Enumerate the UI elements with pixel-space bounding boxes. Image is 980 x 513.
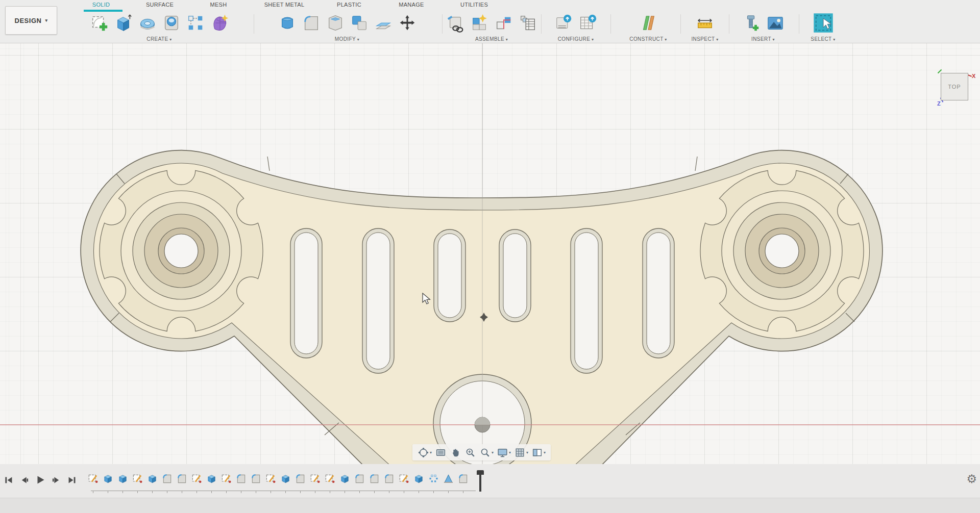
group-label-modify[interactable]: MODIFY <box>258 36 436 42</box>
select-icon[interactable] <box>812 12 835 34</box>
joint-icon[interactable] <box>470 13 489 33</box>
construct-plane-icon[interactable] <box>639 13 658 33</box>
create-sketch-icon[interactable] <box>90 13 109 33</box>
create-form-icon[interactable] <box>210 13 229 33</box>
design-menu-button[interactable]: DESIGN <box>5 6 57 35</box>
timeline-feature-extrude[interactable] <box>413 473 424 484</box>
chevron-down-icon[interactable]: ▾ <box>509 450 511 455</box>
combine-icon[interactable] <box>350 13 369 33</box>
timeline-tick <box>137 491 138 493</box>
timeline-feature-sketch[interactable] <box>191 473 202 484</box>
bom-table-icon[interactable] <box>518 13 537 33</box>
timeline-feature-sketch[interactable] <box>325 473 335 484</box>
new-component-icon[interactable] <box>446 13 465 33</box>
timeline-feature-fillet[interactable] <box>236 473 247 484</box>
skip-to-start-button[interactable] <box>4 475 14 485</box>
zoom-icon <box>464 447 476 458</box>
chevron-down-icon[interactable]: ▾ <box>544 450 546 455</box>
timeline-feature-fillet[interactable] <box>295 473 306 484</box>
tab-plastic[interactable]: PLASTIC <box>337 2 361 8</box>
timeline-feature-extrude[interactable] <box>339 473 350 484</box>
press-pull-icon[interactable] <box>278 13 297 33</box>
group-label-configure[interactable]: CONFIGURE <box>547 36 604 42</box>
tab-mesh[interactable]: MESH <box>210 2 227 8</box>
timeline-feature-extrude[interactable] <box>206 473 217 484</box>
group-label-construct[interactable]: CONSTRUCT <box>620 36 676 42</box>
configure-icon[interactable] <box>554 13 574 33</box>
tab-solid[interactable]: SOLID <box>92 2 110 8</box>
zoom-button[interactable] <box>464 447 476 458</box>
zoom-window-button[interactable]: ▾ <box>479 447 494 458</box>
toolbar-separator <box>442 14 443 34</box>
timeline-feature-sketch[interactable] <box>221 473 232 484</box>
timeline-feature-fillet[interactable] <box>177 473 187 484</box>
look-at-button[interactable] <box>435 447 447 458</box>
tab-manage[interactable]: MANAGE <box>399 2 424 8</box>
measure-icon[interactable] <box>695 13 715 33</box>
configuration-table-icon[interactable] <box>578 13 598 33</box>
grid-and-snaps-button[interactable]: ▾ <box>514 447 528 458</box>
timeline-feature-circular-pattern[interactable] <box>428 473 439 484</box>
timeline-playback-controls <box>4 474 77 485</box>
group-label-inspect[interactable]: INSPECT <box>684 36 726 42</box>
cad-model[interactable] <box>0 43 980 464</box>
viewports-icon <box>531 447 543 458</box>
step-forward-button[interactable] <box>52 475 61 485</box>
timeline-feature-sketch[interactable] <box>310 473 321 484</box>
display-settings-button[interactable]: ▾ <box>497 447 511 458</box>
chevron-down-icon[interactable]: ▾ <box>492 450 494 455</box>
timeline-feature-extrude[interactable] <box>280 473 291 484</box>
timeline-feature-sketch[interactable] <box>88 473 99 484</box>
timeline-feature-fillet[interactable] <box>458 473 469 484</box>
play-button[interactable] <box>35 474 46 485</box>
insert-fastener-icon[interactable] <box>742 13 761 33</box>
timeline-feature-extrude[interactable] <box>147 473 158 484</box>
timeline-feature-draft[interactable] <box>443 473 454 484</box>
timeline-feature-fillet[interactable] <box>162 473 173 484</box>
timeline-feature-fillet[interactable] <box>354 473 365 484</box>
tab-surface[interactable]: SURFACE <box>146 2 174 8</box>
timeline-playhead[interactable] <box>477 470 484 492</box>
timeline-tick <box>108 491 108 493</box>
tab-sheet-metal[interactable]: SHEET METAL <box>264 2 305 8</box>
orbit-button[interactable]: ▾ <box>418 447 432 458</box>
timeline-tick <box>271 491 271 493</box>
timeline-feature-fillet[interactable] <box>251 473 261 484</box>
timeline-feature-sketch[interactable] <box>132 473 143 484</box>
chevron-down-icon[interactable]: ▾ <box>526 450 528 455</box>
revolve-icon[interactable] <box>138 13 157 33</box>
tab-utilities[interactable]: UTILITIES <box>460 2 488 8</box>
skip-to-end-button[interactable] <box>67 475 77 485</box>
pan-button[interactable] <box>450 447 461 458</box>
toolbar-separator <box>680 14 681 34</box>
shell-icon[interactable] <box>326 13 345 33</box>
settings-gear-icon[interactable]: ⚙ <box>966 473 977 485</box>
timeline-feature-sketch[interactable] <box>265 473 276 484</box>
insert-canvas-icon[interactable] <box>766 13 785 33</box>
timeline-feature-sketch[interactable] <box>399 473 409 484</box>
group-label-select[interactable]: SELECT <box>804 36 842 42</box>
toolbar: DESIGN SOLID SURFACE MESH SHEET METAL PL… <box>0 0 980 43</box>
chevron-down-icon[interactable]: ▾ <box>430 450 432 455</box>
as-built-joint-icon[interactable] <box>494 13 513 33</box>
group-create: CREATE <box>75 12 244 43</box>
offset-plane-icon[interactable] <box>374 13 393 33</box>
group-label-create[interactable]: CREATE <box>75 36 244 42</box>
group-construct: CONSTRUCT <box>620 12 676 43</box>
viewport-canvas[interactable]: TOP X Z ▾▾▾▾▾ <box>0 43 980 464</box>
hole-icon[interactable] <box>162 13 181 33</box>
viewcube-face-top[interactable]: TOP <box>941 73 968 100</box>
fillet-icon[interactable] <box>302 13 321 33</box>
timeline-feature-extrude[interactable] <box>117 473 128 484</box>
group-label-assemble[interactable]: ASSEMBLE <box>445 36 538 42</box>
timeline-feature-fillet[interactable] <box>369 473 380 484</box>
viewports-button[interactable]: ▾ <box>531 447 546 458</box>
pattern-icon[interactable] <box>186 13 205 33</box>
timeline-feature-extrude[interactable] <box>103 473 113 484</box>
view-cube[interactable]: TOP X Z <box>933 64 979 115</box>
timeline-feature-fillet[interactable] <box>384 473 395 484</box>
move-icon[interactable] <box>398 13 417 33</box>
extrude-icon[interactable] <box>114 13 133 33</box>
step-back-button[interactable] <box>19 475 29 485</box>
group-label-insert[interactable]: INSERT <box>735 36 791 42</box>
